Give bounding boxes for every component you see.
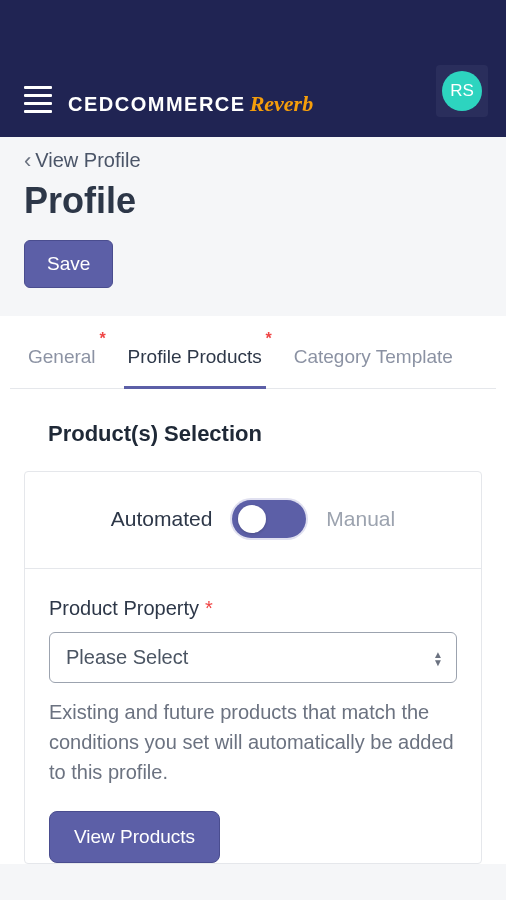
section-title: Product(s) Selection <box>0 389 506 471</box>
app-header: CEDCOMMERCE Reverb RS <box>0 0 506 137</box>
tab-category-template[interactable]: Category Template <box>290 346 457 388</box>
logo-primary: CEDCOMMERCE <box>68 93 246 116</box>
breadcrumb-label: View Profile <box>35 149 140 172</box>
tab-profile-products[interactable]: Profile Products * <box>124 346 266 389</box>
required-indicator: * <box>99 330 105 348</box>
help-text: Existing and future products that match … <box>49 697 457 787</box>
toggle-thumb <box>238 505 266 533</box>
mode-toggle[interactable] <box>232 500 306 538</box>
product-selection-panel: Automated Manual Product Property * Plea… <box>24 471 482 864</box>
toggle-label-manual: Manual <box>326 507 395 531</box>
required-indicator: * <box>205 597 213 620</box>
tab-general[interactable]: General * <box>24 346 100 388</box>
tabs-container: General * Profile Products * Category Te… <box>10 346 496 389</box>
avatar-container[interactable]: RS <box>436 65 488 117</box>
page-title: Profile <box>0 172 506 240</box>
tab-label: Category Template <box>294 346 453 367</box>
tab-label: General <box>28 346 96 367</box>
mode-toggle-row: Automated Manual <box>25 472 481 569</box>
breadcrumb[interactable]: ‹ View Profile <box>24 149 482 172</box>
product-property-select[interactable]: Please Select <box>49 632 457 683</box>
avatar: RS <box>442 71 482 111</box>
required-indicator: * <box>266 330 272 348</box>
chevron-left-icon: ‹ <box>24 150 31 172</box>
hamburger-menu-icon[interactable] <box>24 86 52 113</box>
tab-label: Profile Products <box>128 346 262 367</box>
toggle-label-automated: Automated <box>111 507 213 531</box>
product-property-label: Product Property * <box>49 597 457 620</box>
save-button[interactable]: Save <box>24 240 113 288</box>
view-products-button[interactable]: View Products <box>49 811 220 863</box>
logo: CEDCOMMERCE Reverb <box>68 91 420 117</box>
logo-secondary: Reverb <box>250 91 314 117</box>
